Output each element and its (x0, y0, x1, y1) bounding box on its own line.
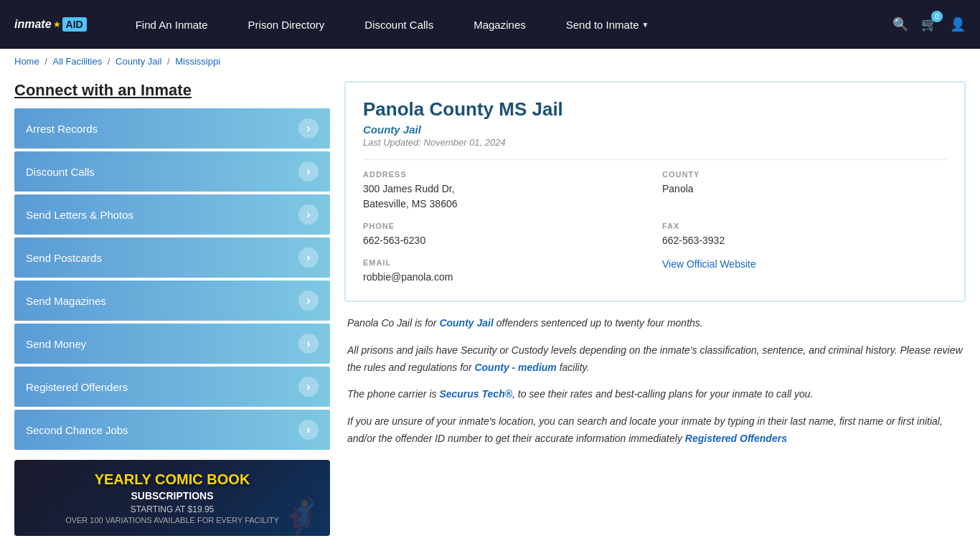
desc-para-4: If you are unsure of your inmate's locat… (347, 413, 963, 448)
county-label: COUNTY (662, 170, 947, 179)
facility-type: County Jail (363, 123, 947, 136)
sidebar-item-second-chance-jobs[interactable]: Second Chance Jobs › (14, 410, 330, 450)
sidebar-ad-banner[interactable]: YEARLY COMIC BOOK SUBSCRIPTIONS STARTING… (14, 460, 330, 536)
securus-tech-link[interactable]: Securus Tech® (439, 388, 512, 400)
user-button[interactable]: 👤 (950, 17, 966, 32)
facility-description: Panola Co Jail is for County Jail offend… (344, 315, 966, 448)
chevron-right-icon: › (298, 204, 319, 225)
nav-icons: 🔍 🛒 0 👤 (892, 17, 966, 32)
main-content: Panola County MS Jail County Jail Last U… (344, 81, 966, 536)
breadcrumb-sep-3: / (167, 56, 172, 67)
fax-value: 662-563-3932 (662, 233, 947, 248)
chevron-right-icon: › (298, 420, 319, 440)
nav-discount-calls[interactable]: Discount Calls (344, 0, 453, 49)
sidebar: Connect with an Inmate Arrest Records › … (14, 81, 330, 536)
county-value: Panola (662, 182, 947, 197)
sidebar-label-send-magazines: Send Magazines (26, 295, 106, 307)
ad-note: OVER 100 VARIATIONS AVAILABLE FOR EVERY … (65, 516, 279, 524)
desc-para-1: Panola Co Jail is for County Jail offend… (347, 315, 963, 332)
view-official-website-link[interactable]: View Official Website (662, 258, 756, 270)
ad-subtitle: SUBSCRIPTIONS (131, 490, 213, 501)
phone-label: PHONE (363, 222, 648, 230)
website-block: View Official Website (662, 258, 947, 285)
desc-para2-after: facility. (557, 362, 590, 373)
search-button[interactable]: 🔍 (892, 17, 908, 32)
nav-send-to-inmate[interactable]: Send to Inmate ▼ (546, 0, 669, 49)
ad-price: STARTING AT $19.95 (131, 504, 215, 514)
ad-title: YEARLY COMIC BOOK (95, 471, 250, 487)
sidebar-title: Connect with an Inmate (14, 81, 330, 100)
breadcrumb-all-facilities[interactable]: All Facilities (53, 56, 103, 67)
sidebar-label-registered-offenders: Registered Offenders (26, 381, 128, 393)
desc-para4-text: If you are unsure of your inmate's locat… (347, 415, 943, 444)
sidebar-item-send-magazines[interactable]: Send Magazines › (14, 281, 330, 321)
address-value: 300 James Rudd Dr, Batesville, MS 38606 (363, 182, 648, 212)
address-label: ADDRESS (363, 170, 648, 179)
sidebar-menu: Arrest Records › Discount Calls › Send L… (14, 108, 330, 450)
county-medium-link[interactable]: County - medium (474, 362, 556, 373)
desc-para3-before: The phone carrier is (347, 388, 439, 400)
breadcrumb-county-jail[interactable]: County Jail (116, 56, 161, 67)
facility-info-grid: ADDRESS 300 James Rudd Dr, Batesville, M… (363, 159, 947, 285)
desc-para3-after: , to see their rates and best-calling pl… (512, 388, 813, 400)
sidebar-label-discount-calls: Discount Calls (26, 166, 95, 178)
desc-para2-text: All prisons and jails have Security or C… (347, 344, 963, 373)
desc-para-3: The phone carrier is Securus Tech®, to s… (347, 386, 963, 403)
caret-icon: ▼ (641, 21, 649, 29)
facility-card: Panola County MS Jail County Jail Last U… (344, 81, 966, 302)
sidebar-label-send-letters: Send Letters & Photos (26, 209, 133, 221)
fax-block: FAX 662-563-3932 (662, 222, 947, 248)
email-value: robbie@panola.com (363, 270, 648, 285)
nav-find-inmate[interactable]: Find An Inmate (116, 0, 228, 49)
breadcrumb-home[interactable]: Home (14, 56, 39, 67)
sidebar-item-send-letters[interactable]: Send Letters & Photos › (14, 194, 330, 235)
sidebar-item-arrest-records[interactable]: Arrest Records › (14, 108, 330, 149)
desc-para1-after: offenders sentenced up to twenty four mo… (494, 317, 703, 329)
desc-para-2: All prisons and jails have Security or C… (347, 342, 963, 377)
sidebar-label-send-money: Send Money (26, 338, 86, 350)
phone-value: 662-563-6230 (363, 233, 648, 248)
registered-offenders-link[interactable]: Registered Offenders (685, 433, 787, 444)
fax-label: FAX (662, 222, 947, 230)
breadcrumb: Home / All Facilities / County Jail / Mi… (0, 49, 980, 74)
chevron-right-icon: › (298, 248, 319, 268)
email-label: EMAIL (363, 258, 648, 267)
chevron-right-icon: › (298, 118, 319, 138)
breadcrumb-mississippi[interactable]: Mississippi (175, 56, 220, 67)
county-jail-link[interactable]: County Jail (439, 317, 493, 329)
sidebar-label-send-postcards: Send Postcards (26, 252, 102, 264)
cart-badge: 0 (931, 11, 943, 22)
desc-para1-before: Panola Co Jail is for (347, 317, 439, 329)
nav-links: Find An Inmate Prison Directory Discount… (116, 0, 892, 49)
address-block: ADDRESS 300 James Rudd Dr, Batesville, M… (363, 170, 648, 212)
chevron-right-icon: › (298, 291, 319, 311)
logo-text-aid: AID (62, 17, 87, 32)
email-block: EMAIL robbie@panola.com (363, 258, 648, 285)
sidebar-label-second-chance-jobs: Second Chance Jobs (26, 424, 128, 436)
sidebar-item-send-money[interactable]: Send Money › (14, 324, 330, 364)
breadcrumb-sep-2: / (108, 56, 113, 67)
county-block: COUNTY Panola (662, 170, 947, 212)
main-nav: inmate ★ AID Find An Inmate Prison Direc… (0, 0, 980, 49)
logo[interactable]: inmate ★ AID (14, 17, 87, 32)
nav-prison-directory[interactable]: Prison Directory (228, 0, 345, 49)
logo-text-inmate: inmate (14, 18, 52, 31)
sidebar-label-arrest-records: Arrest Records (26, 123, 98, 135)
sidebar-item-registered-offenders[interactable]: Registered Offenders › (14, 367, 330, 407)
sidebar-item-send-postcards[interactable]: Send Postcards › (14, 237, 330, 278)
chevron-right-icon: › (298, 161, 319, 182)
facility-updated: Last Updated: November 01, 2024 (363, 137, 947, 148)
sidebar-item-discount-calls[interactable]: Discount Calls › (14, 151, 330, 192)
phone-block: PHONE 662-563-6230 (363, 222, 648, 248)
chevron-right-icon: › (298, 377, 319, 397)
cart-button[interactable]: 🛒 0 (921, 17, 937, 32)
breadcrumb-sep-1: / (44, 56, 50, 67)
ad-decoration: 🦸 (280, 496, 323, 536)
logo-star-icon: ★ (53, 19, 61, 29)
main-container: Connect with an Inmate Arrest Records › … (0, 74, 980, 543)
facility-name: Panola County MS Jail (363, 98, 947, 121)
chevron-right-icon: › (298, 334, 319, 354)
nav-magazines[interactable]: Magazines (453, 0, 546, 49)
